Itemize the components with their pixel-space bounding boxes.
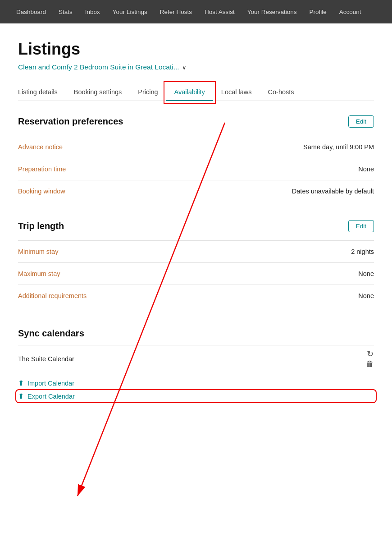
additional-requirements-value: None [358, 292, 374, 299]
reservation-preferences-title: Reservation preferences [18, 116, 123, 127]
nav-host-assist[interactable]: Host Assist [199, 6, 240, 18]
maximum-stay-label: Maximum stay [18, 270, 60, 277]
chevron-down-icon: ∨ [182, 64, 187, 71]
page-content: Listings Clean and Comfy 2 Bedroom Suite… [0, 23, 392, 427]
nav-profile[interactable]: Profile [304, 6, 332, 18]
nav-dashboard[interactable]: Dashboard [11, 6, 51, 18]
nav-bar: Dashboard Stats Inbox Your Listings Refe… [0, 0, 392, 23]
nav-inbox[interactable]: Inbox [80, 6, 105, 18]
tabs-bar: Listing details Booking settings Pricing… [18, 84, 374, 101]
sync-calendars-title: Sync calendars [18, 328, 374, 339]
additional-requirements-label: Additional requirements [18, 292, 87, 299]
advance-notice-label: Advance notice [18, 143, 63, 151]
nav-stats[interactable]: Stats [53, 6, 78, 18]
maximum-stay-row: Maximum stay None [18, 262, 374, 285]
maximum-stay-value: None [358, 270, 374, 277]
calendar-row: The Suite Calendar ↻ 🗑 [18, 345, 374, 372]
trip-length-section: Trip length Edit Minimum stay 2 nights M… [18, 220, 374, 307]
import-icon: ⬆ [18, 379, 24, 387]
booking-window-label: Booking window [18, 188, 65, 195]
preparation-time-value: None [358, 165, 374, 173]
reservation-preferences-section: Reservation preferences Edit Advance not… [18, 115, 374, 202]
nav-your-reservations[interactable]: Your Reservations [242, 6, 302, 18]
nav-refer-hosts[interactable]: Refer Hosts [155, 6, 197, 18]
tab-co-hosts[interactable]: Co-hosts [260, 84, 302, 101]
calendar-name: The Suite Calendar [18, 355, 74, 363]
listing-name: Clean and Comfy 2 Bedroom Suite in Great… [18, 63, 179, 71]
advance-notice-value: Same day, until 9:00 PM [303, 143, 374, 151]
sync-calendars-section: Sync calendars The Suite Calendar ↻ 🗑 ⬆ … [18, 328, 374, 400]
preparation-time-label: Preparation time [18, 165, 66, 173]
import-calendar-label: Import Calendar [27, 380, 74, 387]
preparation-time-row: Preparation time None [18, 158, 374, 180]
export-icon: ⬆ [18, 392, 24, 400]
export-calendar-label: Export Calendar [27, 393, 75, 400]
calendar-actions: ⬆ Import Calendar ⬆ Export Calendar [18, 379, 374, 400]
trip-length-title: Trip length [18, 221, 64, 231]
page-title: Listings [18, 40, 374, 59]
advance-notice-row: Advance notice Same day, until 9:00 PM [18, 136, 374, 158]
minimum-stay-label: Minimum stay [18, 248, 58, 255]
booking-window-value: Dates unavailable by default [292, 188, 374, 195]
nav-account[interactable]: Account [334, 6, 367, 18]
trip-length-edit-button[interactable]: Edit [348, 220, 374, 232]
calendar-action-icons: ↻ 🗑 [366, 350, 374, 368]
minimum-stay-value: 2 nights [351, 248, 374, 255]
booking-window-row: Booking window Dates unavailable by defa… [18, 180, 374, 202]
delete-calendar-button[interactable]: 🗑 [366, 360, 374, 368]
reservation-preferences-edit-button[interactable]: Edit [348, 115, 374, 128]
export-calendar-link[interactable]: ⬆ Export Calendar [18, 392, 374, 400]
trip-length-header: Trip length Edit [18, 220, 374, 232]
tab-availability[interactable]: Availability [166, 84, 213, 101]
minimum-stay-row: Minimum stay 2 nights [18, 240, 374, 262]
nav-your-listings[interactable]: Your Listings [107, 6, 153, 18]
tab-listing-details[interactable]: Listing details [18, 84, 66, 101]
refresh-calendar-button[interactable]: ↻ [367, 350, 374, 358]
import-calendar-link[interactable]: ⬆ Import Calendar [18, 379, 374, 387]
reservation-preferences-header: Reservation preferences Edit [18, 115, 374, 128]
tab-local-laws[interactable]: Local laws [213, 84, 260, 101]
additional-requirements-row: Additional requirements None [18, 285, 374, 307]
listing-selector[interactable]: Clean and Comfy 2 Bedroom Suite in Great… [18, 63, 374, 71]
tab-pricing[interactable]: Pricing [130, 84, 166, 101]
tab-booking-settings[interactable]: Booking settings [66, 84, 130, 101]
